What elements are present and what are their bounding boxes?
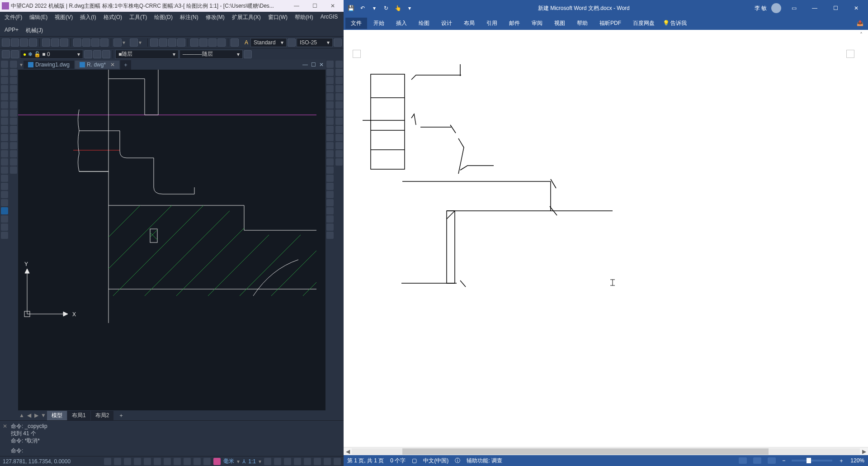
layer-b-icon[interactable] xyxy=(93,50,101,58)
tab-close-icon[interactable]: ✕ xyxy=(110,62,115,68)
st6-icon[interactable] xyxy=(314,458,321,465)
menu-mech[interactable]: 机械(J) xyxy=(24,26,45,35)
status-lang[interactable]: 中文(中国) xyxy=(423,457,448,465)
open-icon[interactable] xyxy=(11,38,19,47)
r14-icon[interactable] xyxy=(326,166,334,174)
r4-icon[interactable] xyxy=(326,85,334,92)
model-icon[interactable] xyxy=(184,458,191,465)
zoom-out-button[interactable]: − xyxy=(782,457,785,464)
menu-format[interactable]: 格式(O) xyxy=(102,13,124,22)
undo-drop-icon[interactable]: ▾ xyxy=(123,39,129,46)
tell-me-input[interactable]: 告诉我 xyxy=(670,19,687,27)
cmd-input[interactable] xyxy=(28,447,341,454)
color-combo[interactable]: ■ 随层▾ xyxy=(115,50,179,59)
layout-nav-last-icon[interactable]: ▼ xyxy=(40,412,47,418)
osnap-icon[interactable] xyxy=(144,458,151,465)
r11-icon[interactable] xyxy=(326,142,334,149)
otrack-icon[interactable] xyxy=(154,458,161,465)
ribbon-tab-mailings[interactable]: 邮件 xyxy=(504,18,525,29)
word-user-name[interactable]: 李 敏 xyxy=(755,5,767,12)
mtext-icon[interactable] xyxy=(1,199,8,206)
word-document-area[interactable]: ˄ xyxy=(344,30,868,447)
print-icon[interactable] xyxy=(42,38,50,47)
ribbon-tab-file[interactable]: 文件 xyxy=(345,18,367,29)
rb9-icon[interactable] xyxy=(335,126,343,133)
arc-icon[interactable] xyxy=(1,101,8,109)
lightbulb-icon[interactable]: 💡 xyxy=(663,20,670,26)
polygon-icon[interactable] xyxy=(1,85,8,92)
ribbon-tab-foxit[interactable]: 福昕PDF xyxy=(594,18,627,29)
cad-maximize-button[interactable]: ☐ xyxy=(306,1,324,11)
table-icon[interactable] xyxy=(1,191,8,198)
cad-command-window[interactable]: ✕命令: _copyclip 找到 41 个 命令: *取消* 命令: xyxy=(0,420,344,456)
rb5-icon[interactable] xyxy=(335,93,343,100)
view-min-icon[interactable]: — xyxy=(302,62,308,68)
rb10-icon[interactable] xyxy=(335,134,343,141)
linetype-combo[interactable]: ───── 随层▾ xyxy=(179,50,243,59)
r15-icon[interactable] xyxy=(326,175,334,182)
copy-icon[interactable] xyxy=(82,38,90,47)
status-accessibility[interactable]: 辅助功能: 调查 xyxy=(467,457,502,465)
st8-icon[interactable] xyxy=(334,458,341,465)
st5-icon[interactable] xyxy=(304,458,311,465)
rb7-icon[interactable] xyxy=(335,109,343,117)
r10-icon[interactable] xyxy=(326,134,334,141)
r1-icon[interactable] xyxy=(326,61,334,68)
r8-icon[interactable] xyxy=(326,118,334,125)
mod7-icon[interactable] xyxy=(10,109,17,117)
annoscale-icon[interactable] xyxy=(213,458,221,465)
rb8-icon[interactable] xyxy=(335,118,343,125)
file-tab-r[interactable]: R. dwg* ✕ xyxy=(75,61,119,69)
layout-nav-prev-icon[interactable]: ◀ xyxy=(25,412,33,418)
file-tab-drawing1[interactable]: Drawing1.dwg xyxy=(24,61,74,69)
text-style-combo[interactable]: Standard▾ xyxy=(250,38,287,47)
publish-icon[interactable] xyxy=(60,38,68,47)
zoomprev-icon[interactable] xyxy=(177,38,185,47)
layer-c-icon[interactable] xyxy=(102,50,110,58)
cut-icon[interactable] xyxy=(73,38,81,47)
preview-icon[interactable] xyxy=(51,38,59,47)
tbend-icon[interactable] xyxy=(334,38,342,47)
layout-tab-2[interactable]: 布局2 xyxy=(91,411,114,420)
zoomwin-icon[interactable] xyxy=(168,38,176,47)
status-page[interactable]: 第 1 页, 共 1 页 xyxy=(347,457,384,465)
match-icon[interactable] xyxy=(100,38,108,47)
mod9-icon[interactable] xyxy=(10,126,17,133)
rb13-icon[interactable] xyxy=(335,158,343,166)
rect-icon[interactable] xyxy=(1,93,8,100)
touch-icon[interactable]: 👆 xyxy=(394,5,401,12)
hscroll-thumb[interactable] xyxy=(402,448,768,455)
menu-window[interactable]: 窗口(W) xyxy=(266,13,289,22)
ribbon-tab-draw[interactable]: 绘图 xyxy=(413,18,435,29)
st1-icon[interactable] xyxy=(264,458,271,465)
menu-express[interactable]: 扩展工具(X) xyxy=(230,13,263,22)
r22-icon[interactable] xyxy=(326,232,334,239)
mod14-icon[interactable] xyxy=(10,166,17,174)
menu-help[interactable]: 帮助(H) xyxy=(293,13,315,22)
ribbon-tab-view[interactable]: 视图 xyxy=(549,18,571,29)
word-maximize-button[interactable]: ☐ xyxy=(827,2,844,14)
mod6-icon[interactable] xyxy=(10,101,17,109)
mod4-icon[interactable] xyxy=(10,85,17,92)
ribbon-tab-baidu[interactable]: 百度网盘 xyxy=(627,18,660,29)
word-close-button[interactable]: ✕ xyxy=(848,2,864,14)
donut-icon[interactable] xyxy=(1,223,8,231)
rb11-icon[interactable] xyxy=(335,142,343,149)
hscroll-track[interactable] xyxy=(352,448,860,455)
zoom-knob[interactable] xyxy=(807,458,811,463)
menu-arcgis[interactable]: ArcGIS xyxy=(319,13,340,22)
scale-person-icon[interactable]: ⅄ xyxy=(242,458,245,465)
menu-tools[interactable]: 工具(T) xyxy=(127,13,149,22)
r7-icon[interactable] xyxy=(326,109,334,117)
r12-icon[interactable] xyxy=(326,150,334,157)
saveas-icon[interactable] xyxy=(29,38,37,47)
rb4-icon[interactable] xyxy=(335,85,343,92)
qp-icon[interactable] xyxy=(193,458,201,465)
pline-icon[interactable] xyxy=(1,77,8,84)
polar-icon[interactable] xyxy=(134,458,141,465)
mod1-icon[interactable] xyxy=(10,61,17,68)
menu-draw[interactable]: 绘图(D) xyxy=(152,13,175,22)
qat-more-icon[interactable]: ▾ xyxy=(406,5,413,12)
view-read-icon[interactable] xyxy=(739,457,747,464)
paste-icon[interactable] xyxy=(91,38,99,47)
